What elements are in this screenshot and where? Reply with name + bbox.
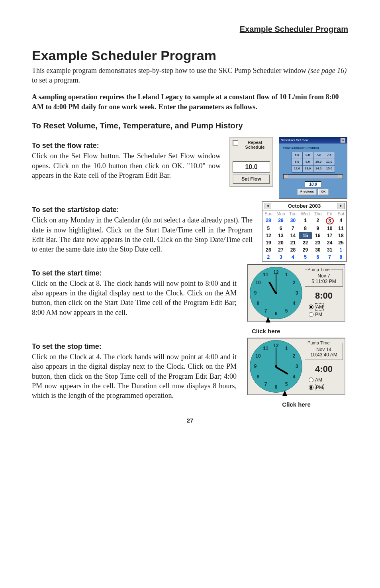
- clock-number[interactable]: 3: [296, 289, 298, 296]
- calendar-day[interactable]: 1: [299, 217, 312, 225]
- calendar-day[interactable]: 3: [274, 254, 287, 261]
- clock-number[interactable]: 8: [257, 374, 260, 380]
- calendar-day[interactable]: 18: [336, 232, 346, 239]
- flow-option[interactable]: 7.0: [313, 152, 324, 159]
- calendar-day[interactable]: 10: [323, 225, 335, 232]
- calendar-day[interactable]: 19: [262, 239, 274, 246]
- clock-number[interactable]: 2: [293, 279, 296, 285]
- reset-heading: To Reset Volume, Time, Temperature, and …: [32, 120, 348, 131]
- calendar-day[interactable]: 31: [323, 246, 335, 254]
- calendar-day[interactable]: 4: [287, 254, 299, 261]
- clock-number[interactable]: 9: [254, 363, 257, 370]
- calendar-day[interactable]: 28: [262, 217, 274, 225]
- calendar-day[interactable]: 14: [287, 232, 299, 239]
- calendar-day[interactable]: 2: [262, 254, 274, 261]
- am-radio[interactable]: AM: [309, 377, 343, 383]
- calendar-day[interactable]: 2: [312, 217, 323, 225]
- clock-widget-stop: 123456789101112 Pump Time Nov 14 10:43:4…: [247, 338, 345, 395]
- clock-number[interactable]: 3: [296, 363, 298, 370]
- calendar-day[interactable]: 24: [323, 239, 335, 246]
- calendar-day[interactable]: 23: [312, 239, 323, 246]
- calendar-day[interactable]: 22: [299, 239, 312, 246]
- calendar-day[interactable]: 26: [262, 246, 274, 254]
- pump-time-legend: Pump Time: [307, 267, 331, 273]
- flow-option[interactable]: 6.0: [302, 152, 313, 159]
- flow-option[interactable]: 8.0: [292, 159, 302, 165]
- flow-option[interactable]: 15.0: [324, 165, 335, 172]
- calendar-day[interactable]: 3: [323, 217, 335, 225]
- calendar-day[interactable]: 4: [336, 217, 346, 225]
- clock-number[interactable]: 6: [275, 310, 278, 317]
- calendar-day[interactable]: 27: [274, 246, 287, 254]
- pm-radio[interactable]: PM: [309, 311, 343, 318]
- repeat-schedule-checkbox[interactable]: [233, 140, 238, 146]
- calendar-day[interactable]: 15: [299, 232, 312, 239]
- calendar-day[interactable]: 1: [336, 246, 346, 254]
- calendar-day[interactable]: 25: [336, 239, 346, 246]
- calendar-day[interactable]: 12: [262, 232, 274, 239]
- calendar-day[interactable]: 5: [299, 254, 312, 261]
- flow-option[interactable]: 10.0: [313, 159, 324, 165]
- flow-option[interactable]: 7.5: [324, 152, 335, 159]
- clock-number[interactable]: 8: [257, 300, 260, 306]
- flow-option[interactable]: 12.0: [292, 165, 302, 172]
- ok-button[interactable]: OK: [318, 189, 329, 195]
- calendar-dow: Sun: [262, 211, 274, 217]
- clock-number[interactable]: 7: [264, 307, 267, 314]
- calendar-day[interactable]: 11: [336, 225, 346, 232]
- clock-number[interactable]: 10: [255, 353, 261, 359]
- set-flow-button[interactable]: Set Flow: [233, 174, 270, 184]
- selected-rate-field: 10.0: [305, 181, 321, 188]
- calendar-day[interactable]: 6: [312, 254, 323, 261]
- calendar-day[interactable]: 5: [262, 225, 274, 232]
- calendar-day[interactable]: 13: [274, 232, 287, 239]
- clock-number[interactable]: 4: [293, 374, 296, 380]
- calendar-day[interactable]: 16: [312, 232, 323, 239]
- clock-number[interactable]: 4: [293, 300, 296, 306]
- start-time-block: To set the start time: Click on the Cloc…: [32, 264, 348, 335]
- calendar-day[interactable]: 30: [312, 246, 323, 254]
- calendar-day[interactable]: 17: [323, 232, 335, 239]
- clock-center-dot: [275, 292, 277, 294]
- calendar-day[interactable]: 8: [336, 254, 346, 261]
- calendar-day[interactable]: 9: [312, 225, 323, 232]
- clock-number[interactable]: 5: [285, 307, 288, 314]
- calendar-day[interactable]: 28: [287, 246, 299, 254]
- clock-number[interactable]: 2: [293, 353, 296, 359]
- clock-face[interactable]: 123456789101112: [250, 340, 302, 393]
- clock-now: 10:43:40 AM: [307, 352, 341, 358]
- flow-rate-cell: 10.0: [233, 161, 270, 173]
- clock-number[interactable]: 7: [264, 381, 267, 387]
- flow-option[interactable]: 5.0: [292, 152, 302, 159]
- clock-number[interactable]: 6: [275, 384, 278, 390]
- flow-option[interactable]: 11.0: [324, 159, 335, 165]
- calendar-day[interactable]: 7: [323, 254, 335, 261]
- flow-option[interactable]: 14.0: [313, 165, 324, 172]
- calendar-day[interactable]: 6: [274, 225, 287, 232]
- am-radio[interactable]: AM: [309, 303, 343, 311]
- calendar-day[interactable]: 21: [287, 239, 299, 246]
- previous-button[interactable]: Previous: [298, 189, 317, 195]
- flow-option[interactable]: 13.0: [302, 165, 313, 172]
- clock-number[interactable]: 10: [255, 279, 261, 285]
- clock-number[interactable]: 11: [263, 271, 268, 278]
- clock-face[interactable]: 123456789101112: [250, 267, 302, 319]
- calendar-day[interactable]: 20: [274, 239, 287, 246]
- calendar-day[interactable]: 8: [299, 225, 312, 232]
- clock-number[interactable]: 11: [263, 345, 268, 352]
- calendar-next-button[interactable]: ►: [337, 203, 345, 209]
- calendar-day[interactable]: 29: [299, 246, 312, 254]
- calendar-day[interactable]: 29: [274, 217, 287, 225]
- flow-option[interactable]: 9.0: [302, 159, 313, 165]
- calendar-day[interactable]: 30: [287, 217, 299, 225]
- pm-radio[interactable]: PM: [309, 384, 343, 391]
- clock-number[interactable]: 1: [285, 271, 288, 278]
- calendar-prev-button[interactable]: ◄: [264, 203, 271, 209]
- close-icon[interactable]: ×: [341, 138, 345, 143]
- stop-time-heading: To set the stop time:: [32, 342, 237, 351]
- clock-number[interactable]: 5: [285, 381, 288, 387]
- clock-number[interactable]: 1: [285, 345, 288, 352]
- flow-slider[interactable]: [283, 174, 343, 179]
- calendar-day[interactable]: 7: [287, 225, 299, 232]
- clock-number[interactable]: 9: [254, 289, 257, 296]
